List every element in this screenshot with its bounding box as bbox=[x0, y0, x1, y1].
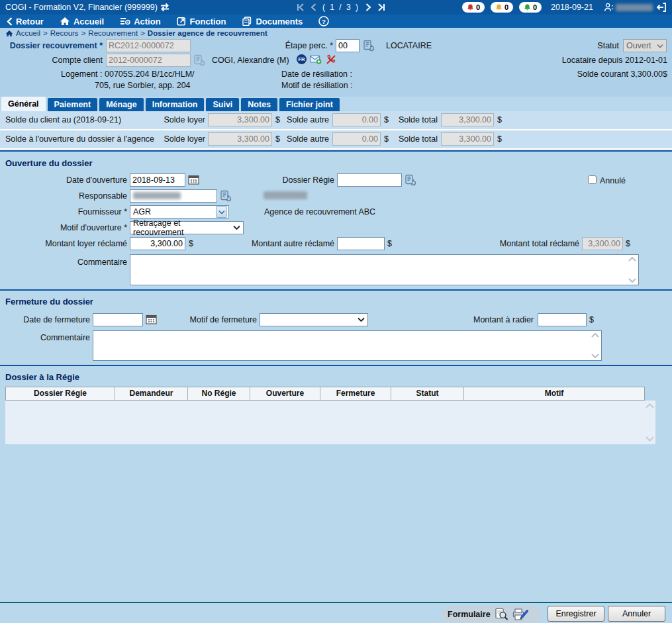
nav-documents[interactable]: Documents bbox=[242, 17, 303, 26]
alert-red-badge[interactable]: 0 bbox=[462, 2, 485, 13]
solde-autre-label: Solde autre bbox=[283, 134, 329, 144]
balance-row-ouverture: Solde à l'ouverture du dossier à l'agenc… bbox=[0, 130, 672, 150]
prev-page-icon[interactable] bbox=[311, 3, 316, 11]
fournisseur-label: Fournisseur * bbox=[0, 207, 127, 216]
solde-loyer-field[interactable] bbox=[208, 113, 272, 126]
montant-loyer-field[interactable] bbox=[130, 237, 185, 250]
etape-field[interactable] bbox=[336, 39, 360, 52]
section-fermeture: Fermeture du dossier Date de fermeture M… bbox=[0, 289, 672, 366]
section-ouverture-title: Ouverture du dossier bbox=[5, 158, 92, 168]
currency-sign: $ bbox=[384, 134, 389, 144]
last-page-icon[interactable] bbox=[377, 3, 385, 11]
alert-green-badge[interactable]: 0 bbox=[519, 2, 542, 13]
date-ouverture-calendar-icon[interactable] bbox=[188, 174, 199, 185]
date-ouverture-field[interactable] bbox=[130, 173, 185, 187]
date-fermeture-field[interactable] bbox=[93, 313, 143, 326]
montant-autre-label: Montant autre réclamé bbox=[207, 239, 334, 248]
tab-fichier-joint[interactable]: Fichier joint bbox=[279, 98, 340, 111]
nav-fonction-label: Fonction bbox=[190, 17, 226, 26]
montant-autre-field[interactable] bbox=[337, 237, 385, 250]
tab-general[interactable]: Général bbox=[1, 97, 46, 111]
app-title: COGI - Formation V2, Financier (999999) bbox=[5, 0, 158, 15]
print-edit-icon[interactable] bbox=[512, 608, 528, 621]
nav-accueil-label: Accueil bbox=[73, 17, 104, 26]
app-window: COGI - Formation V2, Financier (999999) … bbox=[0, 0, 672, 623]
balance-row-label: Solde du client au (2018-09-21) bbox=[5, 115, 121, 124]
nav-retour[interactable]: Retour bbox=[7, 17, 44, 26]
record-pager: ( 1 / 3 ) bbox=[297, 0, 385, 15]
currency-sign: $ bbox=[497, 134, 502, 144]
home-icon bbox=[60, 17, 70, 26]
solde-total-field[interactable] bbox=[441, 132, 494, 146]
alert-amber-badge[interactable]: 0 bbox=[491, 2, 513, 13]
refresh-icon[interactable] bbox=[160, 3, 170, 12]
fournisseur-select[interactable]: AGR bbox=[130, 205, 229, 218]
first-page-icon[interactable] bbox=[297, 3, 305, 11]
locataire-tag: LOCATAIRE bbox=[386, 41, 432, 50]
breadcrumb-sep: > bbox=[81, 29, 86, 37]
compte-lookup-icon[interactable] bbox=[193, 54, 205, 66]
tab-menage[interactable]: Ménage bbox=[99, 98, 144, 111]
textarea-scroll-arrows[interactable] bbox=[628, 257, 637, 283]
date-resiliation-label: Date de résiliation : bbox=[281, 70, 352, 79]
user-switch-icon[interactable] bbox=[604, 3, 614, 12]
svg-text:?: ? bbox=[322, 18, 326, 25]
tab-paiement[interactable]: Paiement bbox=[48, 98, 98, 111]
dossier-regie-field[interactable] bbox=[337, 173, 402, 187]
tab-suivi[interactable]: Suivi bbox=[206, 98, 239, 111]
commentaire-ouverture-field[interactable] bbox=[130, 254, 639, 285]
title-bar: COGI - Formation V2, Financier (999999) … bbox=[0, 0, 672, 15]
etape-label: Étape perc. * bbox=[275, 41, 333, 50]
dossier-recouvrement-field[interactable] bbox=[106, 39, 191, 52]
breadcrumb-recours[interactable]: Recours bbox=[50, 29, 79, 37]
balances-strip: Solde du client au (2018-09-21) Solde lo… bbox=[0, 111, 672, 150]
nav-help[interactable]: ? bbox=[318, 16, 329, 26]
breadcrumb-current: Dossier agence de recouvrement bbox=[148, 29, 267, 37]
statut-select[interactable]: Ouvert bbox=[623, 39, 667, 52]
breadcrumb-accueil[interactable]: Accueil bbox=[16, 29, 40, 37]
tab-information[interactable]: Information bbox=[146, 98, 205, 111]
logout-icon[interactable] bbox=[656, 2, 667, 13]
commentaire-fermeture-field[interactable] bbox=[93, 330, 602, 361]
solde-autre-field[interactable] bbox=[332, 132, 381, 146]
table-scroll-arrows[interactable] bbox=[645, 403, 654, 442]
montant-radier-field[interactable] bbox=[538, 313, 587, 326]
preview-form-icon[interactable] bbox=[495, 608, 508, 621]
nav-fonction[interactable]: Fonction bbox=[177, 17, 226, 26]
current-date: 2018-09-21 bbox=[551, 0, 593, 15]
tab-notes[interactable]: Notes bbox=[241, 98, 277, 111]
solde-total-field[interactable] bbox=[441, 113, 494, 126]
motif-fermeture-select[interactable] bbox=[260, 313, 368, 326]
compte-client-label: Compte client bbox=[0, 56, 103, 65]
bell-red-icon bbox=[467, 3, 474, 11]
currency-sign: $ bbox=[189, 239, 193, 248]
motif-ouverture-select[interactable]: Retraçage et recouvrement bbox=[130, 221, 244, 234]
cancel-button[interactable]: Annuler bbox=[608, 606, 665, 622]
currency-sign: $ bbox=[275, 115, 280, 124]
solde-autre-field[interactable] bbox=[332, 113, 381, 126]
phone-blocked-icon[interactable] bbox=[326, 54, 336, 65]
solde-loyer-field[interactable] bbox=[208, 132, 272, 146]
etape-lookup-icon[interactable] bbox=[363, 40, 375, 52]
responsable-lookup-icon[interactable] bbox=[220, 190, 232, 202]
scroll-down-icon bbox=[646, 436, 654, 442]
nav-accueil[interactable]: Accueil bbox=[60, 17, 104, 26]
breadcrumb-recouvrement[interactable]: Recouvrement bbox=[88, 29, 138, 37]
scroll-up-icon bbox=[646, 403, 654, 408]
fr-badge: FR bbox=[297, 54, 307, 64]
solde-total-label: Solde total bbox=[391, 134, 438, 144]
breadcrumb-sep: > bbox=[43, 29, 48, 37]
textarea-scroll-arrows[interactable] bbox=[591, 333, 600, 358]
save-button[interactable]: Enregistrer bbox=[548, 606, 604, 622]
next-page-icon[interactable] bbox=[365, 3, 371, 11]
montant-total-field[interactable] bbox=[582, 237, 623, 250]
dossier-regie-lookup-icon[interactable] bbox=[405, 174, 416, 186]
compte-client-field[interactable] bbox=[106, 54, 191, 67]
nav-action[interactable]: Action bbox=[120, 17, 160, 26]
mail-add-icon[interactable] bbox=[310, 55, 322, 64]
annule-checkbox[interactable] bbox=[588, 175, 597, 184]
breadcrumb: Accueil > Recours > Recouvrement > Dossi… bbox=[0, 28, 672, 38]
currency-sign: $ bbox=[387, 239, 392, 248]
currency-sign: $ bbox=[275, 134, 280, 144]
date-fermeture-calendar-icon[interactable] bbox=[146, 314, 157, 324]
